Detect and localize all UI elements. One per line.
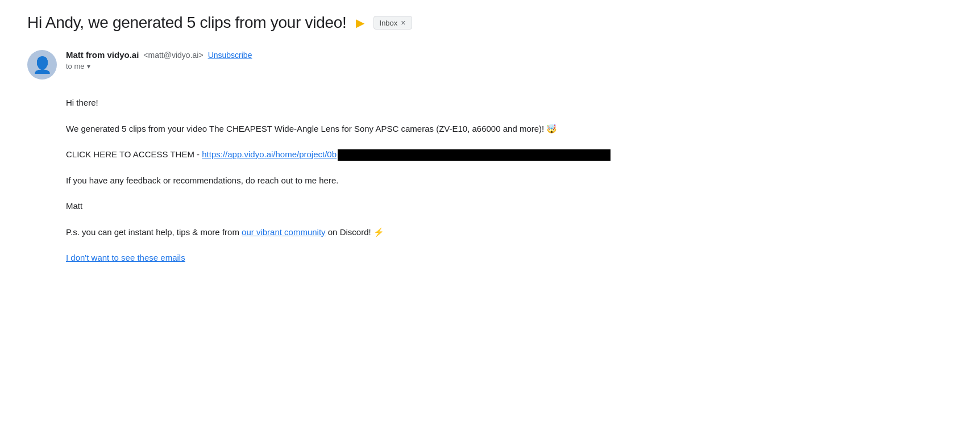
feedback-paragraph: If you have any feedback or recommendati… bbox=[66, 173, 953, 188]
unsubscribe-bottom-link[interactable]: I don't want to see these emails bbox=[66, 253, 185, 262]
inbox-badge[interactable]: Inbox × bbox=[373, 16, 412, 30]
inbox-close-icon[interactable]: × bbox=[401, 18, 405, 27]
email-header: Hi Andy, we generated 5 clips from your … bbox=[27, 14, 953, 32]
sender-section: 👤 Matt from vidyo.ai <matt@vidyo.ai> Uns… bbox=[27, 50, 953, 80]
chevron-down-icon[interactable]: ▾ bbox=[87, 62, 90, 70]
unsubscribe-paragraph: I don't want to see these emails bbox=[66, 250, 953, 265]
ps-paragraph: P.s. you can get instant help, tips & mo… bbox=[66, 225, 953, 240]
community-link[interactable]: our vibrant community bbox=[242, 227, 326, 237]
redacted-url-bar bbox=[338, 149, 611, 161]
greeting-paragraph: Hi there! bbox=[66, 95, 953, 110]
sender-name: Matt from vidyo.ai bbox=[66, 50, 139, 60]
sender-email: <matt@vidyo.ai> bbox=[143, 51, 203, 60]
ps-suffix-text: on Discord! ⚡ bbox=[326, 227, 384, 237]
sender-name-line: Matt from vidyo.ai <matt@vidyo.ai> Unsub… bbox=[66, 50, 252, 60]
access-prefix-text: CLICK HERE TO ACCESS THEM - bbox=[66, 149, 202, 159]
access-paragraph: CLICK HERE TO ACCESS THEM - https://app.… bbox=[66, 147, 953, 162]
email-subject: Hi Andy, we generated 5 clips from your … bbox=[27, 14, 347, 32]
to-line: to me ▾ bbox=[66, 62, 252, 70]
feedback-text: If you have any feedback or recommendati… bbox=[66, 175, 338, 185]
sender-info: Matt from vidyo.ai <matt@vidyo.ai> Unsub… bbox=[66, 50, 252, 70]
subject-arrow-icon: ▶ bbox=[356, 16, 364, 30]
greeting-text: Hi there! bbox=[66, 98, 98, 107]
signoff-text: Matt bbox=[66, 201, 82, 211]
to-label: to me bbox=[66, 62, 85, 70]
clips-paragraph: We generated 5 clips from your video The… bbox=[66, 122, 953, 136]
access-link[interactable]: https://app.vidyo.ai/home/project/0b bbox=[202, 149, 337, 159]
avatar: 👤 bbox=[27, 50, 57, 80]
clips-text: We generated 5 clips from your video The… bbox=[66, 124, 557, 133]
signoff-paragraph: Matt bbox=[66, 199, 953, 214]
ps-prefix-text: P.s. you can get instant help, tips & mo… bbox=[66, 227, 242, 237]
avatar-person-icon: 👤 bbox=[32, 56, 52, 74]
unsubscribe-link[interactable]: Unsubscribe bbox=[208, 51, 252, 60]
email-body: Hi there! We generated 5 clips from your… bbox=[27, 95, 953, 265]
inbox-label: Inbox bbox=[380, 19, 398, 27]
